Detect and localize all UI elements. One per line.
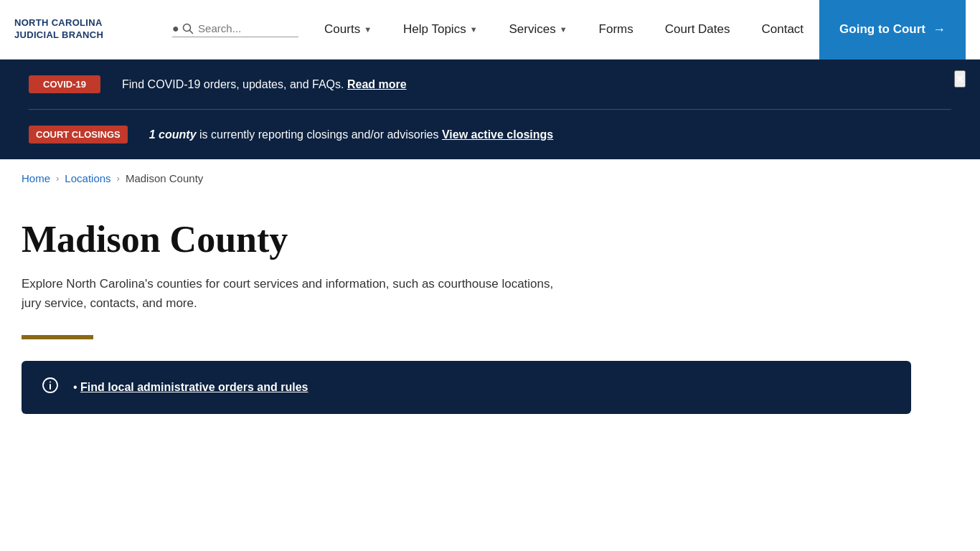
site-header: NORTH CAROLINA JUDICIAL BRANCH ● Courts …: [0, 0, 980, 60]
info-card-content: Find local administrative orders and rul…: [73, 381, 308, 394]
court-closings-badge: COURT CLOSINGS: [29, 126, 128, 143]
nav-services[interactable]: Services ▼: [494, 0, 583, 60]
main-content: Madison County Explore North Carolina's …: [0, 197, 980, 428]
search-input[interactable]: [198, 22, 298, 34]
section-divider: [22, 335, 93, 339]
nav-courts[interactable]: Courts ▼: [308, 0, 387, 60]
closings-banner-row: COURT CLOSINGS 1 county is currently rep…: [29, 109, 951, 159]
close-banner-button[interactable]: ×: [954, 70, 966, 88]
breadcrumb-home-link[interactable]: Home: [22, 172, 50, 184]
search-area[interactable]: ●: [172, 22, 298, 37]
covid-banner-row: COVID-19 Find COVID-19 orders, updates, …: [29, 60, 951, 109]
breadcrumb-current: Madison County: [126, 172, 203, 184]
view-active-closings-link[interactable]: View active closings: [442, 128, 553, 141]
info-card-bullet: Find local administrative orders and rul…: [73, 381, 308, 393]
chevron-down-icon: ▼: [560, 25, 567, 34]
announcement-banner: × COVID-19 Find COVID-19 orders, updates…: [0, 60, 980, 159]
covid-banner-text: Find COVID-19 orders, updates, and FAQs.…: [122, 76, 407, 93]
covid-badge: COVID-19: [29, 75, 100, 93]
breadcrumb-locations-link[interactable]: Locations: [65, 172, 110, 184]
covid-read-more-link[interactable]: Read more: [347, 78, 407, 90]
page-title: Madison County: [22, 219, 958, 260]
nav-court-dates[interactable]: Court Dates: [649, 0, 746, 60]
page-description: Explore North Carolina's counties for co…: [22, 274, 567, 313]
logo-line1: NORTH CAROLINA: [14, 17, 165, 29]
logo-line2: JUDICIAL BRANCH: [14, 29, 165, 42]
going-to-court-button[interactable]: Going to Court →: [819, 0, 966, 60]
closings-banner-text: 1 county is currently reporting closings…: [149, 126, 554, 143]
chevron-down-icon: ▼: [470, 25, 478, 34]
info-icon: [42, 377, 59, 398]
breadcrumb: Home › Locations › Madison County: [0, 159, 980, 197]
site-logo[interactable]: NORTH CAROLINA JUDICIAL BRANCH: [14, 17, 165, 42]
breadcrumb-sep-2: ›: [117, 173, 120, 184]
svg-line-1: [190, 31, 193, 34]
svg-point-4: [50, 381, 51, 382]
main-nav: Courts ▼ Help Topics ▼ Services ▼ Forms …: [308, 0, 966, 60]
nav-forms[interactable]: Forms: [583, 0, 649, 60]
chevron-down-icon: ▼: [364, 25, 372, 34]
info-card: Find local administrative orders and rul…: [22, 361, 911, 414]
nav-help-topics[interactable]: Help Topics ▼: [387, 0, 493, 60]
arrow-right-icon: →: [933, 22, 946, 37]
search-icon: ●: [172, 22, 194, 35]
breadcrumb-sep-1: ›: [56, 173, 59, 184]
admin-orders-link[interactable]: Find local administrative orders and rul…: [80, 381, 308, 393]
nav-contact[interactable]: Contact: [745, 0, 819, 60]
